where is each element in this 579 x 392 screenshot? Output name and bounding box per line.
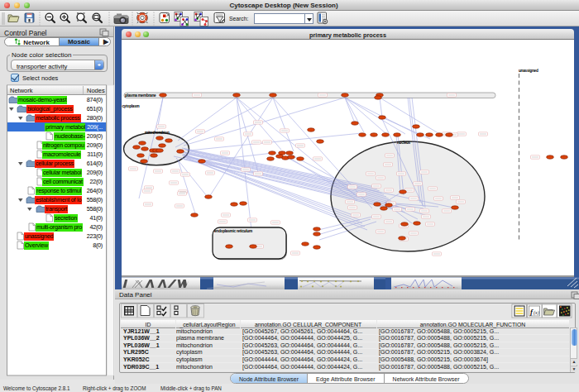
svg-text:Network: Network: [10, 87, 33, 94]
svg-text:(x): (x): [534, 310, 539, 316]
svg-text:plasma membrane: plasma membrane: [125, 93, 156, 98]
svg-text:Nodes: Nodes: [87, 87, 105, 94]
svg-text:cytoplasm: cytoplasm: [122, 104, 140, 108]
svg-text:unassigned: unassigned: [519, 69, 538, 73]
svg-text:mitochondrion: mitochondrion: [145, 131, 170, 135]
svg-text:endoplasmic reticulum: endoplasmic reticulum: [214, 229, 252, 233]
svg-text:nucleus: nucleus: [397, 141, 411, 145]
